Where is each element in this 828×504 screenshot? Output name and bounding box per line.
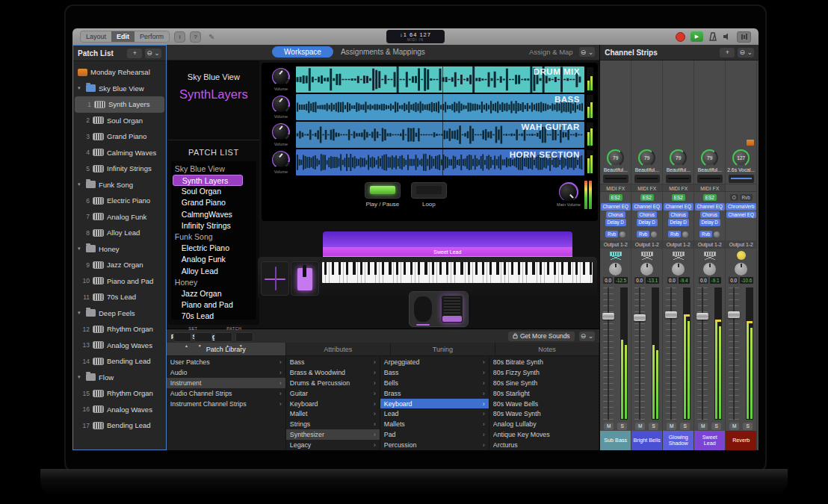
patch-list-patch-row[interactable]: 1170s Lead: [73, 289, 166, 305]
effect-button[interactable]: Chorus: [606, 211, 625, 219]
instrument-button[interactable]: ES2: [609, 194, 622, 202]
set-prev-button[interactable]: [173, 332, 191, 342]
instrument-button[interactable]: ES2: [672, 194, 685, 202]
widget-patch-row[interactable]: Jazz Organ: [173, 288, 255, 299]
preset-name[interactable]: Beautiful...: [667, 167, 690, 174]
output-selector[interactable]: Output 1-2: [726, 240, 756, 249]
fader-cap[interactable]: [696, 313, 708, 320]
patch-list-patch-row[interactable]: 1Synth Layers: [75, 96, 164, 113]
patch-list-patch-row[interactable]: 5Infinity Strings: [73, 161, 166, 177]
effect-button[interactable]: Delay D: [605, 219, 626, 226]
tab-assignments-mappings[interactable]: Assignments & Mappings: [341, 48, 425, 56]
library-item[interactable]: Analog Lullaby: [489, 419, 599, 429]
fader-cap[interactable]: [728, 311, 740, 318]
library-item[interactable]: Guitar›: [286, 388, 380, 399]
preset-name[interactable]: Beautiful...: [698, 167, 722, 174]
tab-workspace[interactable]: Workspace: [272, 46, 333, 57]
widget-patch-row[interactable]: Electric Piano: [173, 243, 255, 254]
midi-fx-slot[interactable]: MIDI FX: [631, 184, 662, 192]
widget-patch-row[interactable]: CalmngWaves: [173, 209, 255, 220]
library-item[interactable]: Keyboard›: [380, 399, 489, 409]
library-item[interactable]: 80s Wave Bells: [489, 399, 599, 409]
patch-list-patch-row[interactable]: 15Rhythm Organ: [73, 385, 166, 402]
mini-display[interactable]: [666, 175, 691, 183]
library-item[interactable]: Bass›: [380, 367, 489, 378]
library-item[interactable]: Audio›: [167, 367, 285, 378]
pan-value[interactable]: 0.0: [634, 277, 644, 284]
pan-knob[interactable]: [609, 263, 622, 276]
widget-patch-row[interactable]: Analog Funk: [173, 254, 255, 265]
strip-knob[interactable]: 79: [701, 149, 718, 167]
library-item[interactable]: Arpeggiated›: [380, 357, 489, 367]
effect-button[interactable]: Delay D: [637, 219, 658, 226]
patch-list-set-row[interactable]: ▾Deep Feels: [73, 305, 166, 322]
midi-fx-slot[interactable]: MIDI FX: [694, 184, 725, 192]
mini-display[interactable]: [729, 175, 754, 183]
track-volume-knob[interactable]: [272, 96, 290, 113]
patch-list-set-row[interactable]: ▾Sky Blue View: [73, 81, 166, 97]
library-item[interactable]: Mallet›: [286, 408, 380, 419]
mute-button[interactable]: M: [698, 423, 708, 430]
effect-button[interactable]: Channel EQ: [632, 203, 662, 211]
send-knob[interactable]: [620, 231, 625, 237]
play-button[interactable]: ▶: [690, 31, 703, 42]
effect-button[interactable]: Delay D: [699, 219, 720, 226]
patch-next-button[interactable]: [235, 332, 253, 342]
patch-list-patch-row[interactable]: 13Analog Waves: [73, 337, 166, 354]
instrument-button[interactable]: ES2: [640, 194, 654, 202]
tab-notes[interactable]: Notes: [495, 343, 599, 355]
perform-mode-button[interactable]: Perform: [135, 31, 169, 42]
library-item[interactable]: Pad›: [380, 429, 489, 440]
library-item[interactable]: Mallets›: [380, 419, 489, 429]
edit-mode-button[interactable]: Edit: [111, 31, 135, 42]
expression-pedal[interactable]: [414, 296, 432, 322]
solo-button[interactable]: S: [743, 423, 753, 430]
library-item[interactable]: Brass›: [380, 388, 489, 399]
mute-button[interactable]: M: [667, 423, 676, 430]
widget-patch-row[interactable]: 70s Lead: [173, 311, 255, 322]
tab-tuning[interactable]: Tuning: [391, 343, 495, 355]
volume-value[interactable]: -10.6: [740, 277, 753, 284]
instrument-button[interactable]: ES2: [703, 194, 717, 202]
patch-settings-menu-button[interactable]: ⊖ ⌄: [579, 332, 596, 341]
loop-button[interactable]: [411, 182, 447, 199]
volume-value[interactable]: -9.1: [710, 277, 721, 284]
preset-name[interactable]: 2.6s Vocal...: [727, 167, 755, 174]
output-selector[interactable]: Output 1-2: [631, 240, 662, 249]
workspace-menu-button[interactable]: ⊖ ⌄: [579, 47, 596, 57]
volume-value[interactable]: -13.1: [646, 277, 659, 284]
channel-strip[interactable]: 79 Beautiful... MIDI FX ES2 Channel EQCh…: [600, 60, 631, 450]
feedback-pencil-icon[interactable]: ✎: [208, 33, 214, 41]
patch-list-patch-row[interactable]: 3Grand Piano: [73, 128, 166, 145]
tab-attributes[interactable]: Attributes: [286, 343, 391, 355]
channel-strip[interactable]: 79 Beautiful... MIDI FX ES2 Channel EQCh…: [694, 60, 726, 450]
add-channel-strip-button[interactable]: +: [720, 48, 735, 57]
volume-value[interactable]: -12.5: [614, 277, 628, 284]
midi-fx-slot[interactable]: MIDI FX: [663, 184, 693, 192]
effect-button[interactable]: Chorus: [700, 211, 720, 219]
pitch-mod-wheel[interactable]: [261, 261, 289, 296]
tuner-icon[interactable]: [708, 32, 717, 41]
library-item[interactable]: Instrument Channel Strips›: [167, 399, 285, 409]
patch-list-set-row[interactable]: ▾Flow: [73, 370, 166, 386]
patch-list-patch-row[interactable]: 9Jazz Organ: [73, 257, 166, 273]
solo-button[interactable]: S: [649, 423, 658, 430]
library-item[interactable]: 80s Fizzy Synth: [489, 367, 599, 378]
library-item[interactable]: Arcturus: [489, 440, 599, 450]
send-knob[interactable]: [651, 231, 657, 237]
output-selector[interactable]: Output 1-2: [694, 240, 725, 249]
main-volume-knob[interactable]: [559, 182, 578, 202]
midi-fx-slot[interactable]: MIDI FX: [600, 184, 631, 192]
assign-map-button[interactable]: Assign & Map: [529, 48, 573, 56]
effect-button[interactable]: Channel EQ: [726, 211, 756, 219]
library-item[interactable]: User Patches›: [167, 357, 285, 367]
effect-button[interactable]: Chorus: [669, 211, 688, 219]
record-button[interactable]: [676, 32, 685, 42]
library-item[interactable]: Audio Channel Strips›: [167, 388, 285, 399]
play-pause-button[interactable]: [365, 182, 401, 199]
pan-value[interactable]: 0.0: [729, 277, 738, 284]
concert-row[interactable]: Monday Rehearsal: [73, 64, 166, 81]
patch-list-set-row[interactable]: ▾Funk Song: [73, 177, 166, 193]
patch-list-patch-row[interactable]: 8Alloy Lead: [73, 225, 166, 241]
pan-value[interactable]: 0.0: [699, 277, 708, 284]
